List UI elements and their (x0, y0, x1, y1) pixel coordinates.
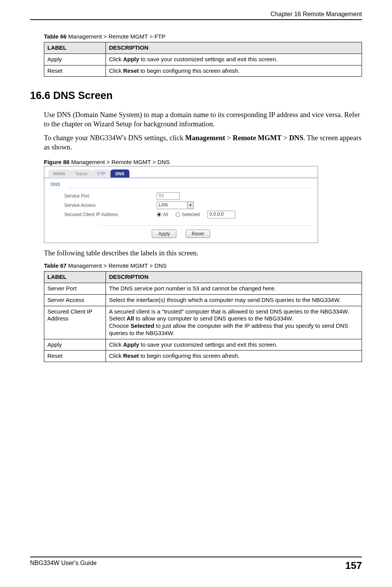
table66-caption-rest: Management > Remote MGMT > FTP (67, 33, 165, 40)
table67-r2-label: Secured Client IP Address (44, 306, 106, 339)
tabs-bar: WWW Telnet FTP DNS (44, 166, 318, 177)
paragraph-1: Use DNS (Domain Name System) to map a do… (44, 110, 362, 129)
table67-r2-desc: A secured client is a "trusted" computer… (106, 306, 362, 339)
table67-caption-bold: Table 67 (44, 262, 67, 269)
table66: LABEL DESCRIPTION Apply Click Apply to s… (44, 42, 362, 77)
service-access-select[interactable]: LAN ▼ (157, 201, 194, 209)
tab-www[interactable]: WWW (48, 169, 70, 178)
table67: LABEL DESCRIPTION Server Port The DNS se… (44, 271, 362, 362)
table-row: Server Access Select the interface(s) th… (44, 294, 362, 306)
radio-selected[interactable]: Selected (176, 212, 200, 217)
service-port-input[interactable]: 53 (157, 192, 180, 200)
table-row: Reset Click Reset to begin configuring t… (44, 351, 362, 362)
table66-r0-label: Apply (44, 54, 106, 65)
secured-ip-label: Secured Client IP Address (64, 212, 157, 217)
table67-r3-desc: Click Apply to save your customized sett… (106, 339, 362, 351)
table66-caption-bold: Table 66 (44, 33, 67, 40)
radio-selected-label: Selected (182, 212, 200, 217)
service-access-value: LAN (157, 202, 187, 209)
table67-r1-label: Server Access (44, 294, 106, 306)
table-row: Reset Click Reset to begin configuring t… (44, 65, 362, 77)
table67-r1-desc: Select the interface(s) through which a … (106, 294, 362, 306)
table67-r0-label: Server Port (44, 283, 106, 295)
service-port-label: Service Port (64, 193, 157, 199)
service-access-label: Service Access (64, 203, 157, 208)
figure86-caption-bold: Figure 86 (44, 159, 70, 165)
table-row: Apply Click Apply to save your customize… (44, 339, 362, 351)
tab-telnet[interactable]: Telnet (70, 169, 92, 178)
table-row: Apply Click Apply to save your customize… (44, 54, 362, 65)
paragraph-3: The following table describes the labels… (44, 248, 362, 258)
tab-ftp[interactable]: FTP (92, 169, 111, 178)
table-row: Server Port The DNS service port number … (44, 283, 362, 295)
page-footer: NBG334W User's Guide 157 (30, 557, 362, 572)
radio-all[interactable]: All (157, 212, 168, 217)
dotted-divider (99, 225, 312, 226)
table67-header-desc: DESCRIPTION (106, 272, 362, 283)
chapter-header: Chapter 16 Remote Management (30, 11, 362, 18)
table67-r4-label: Reset (44, 351, 106, 362)
radio-selected-circle (176, 212, 180, 217)
figure86-screenshot: WWW Telnet FTP DNS DNS Service Port 53 S… (44, 166, 318, 243)
figure86-caption-rest: Management > Remote MGMT > DNS (70, 159, 170, 165)
table66-header-desc: DESCRIPTION (106, 42, 362, 54)
table67-r4-desc: Click Reset to begin configuring this sc… (106, 351, 362, 362)
section-heading: 16.6 DNS Screen (30, 90, 362, 102)
radio-all-circle (157, 212, 161, 217)
chevron-down-icon: ▼ (187, 202, 193, 209)
figure86-caption: Figure 86 Management > Remote MGMT > DNS (44, 159, 362, 165)
table67-caption: Table 67 Management > Remote MGMT > DNS (44, 262, 362, 269)
table67-r3-label: Apply (44, 339, 106, 351)
paragraph-2: To change your NBG334W's DNS settings, c… (44, 133, 362, 152)
panel-title-line (68, 188, 312, 188)
table67-caption-rest: Management > Remote MGMT > DNS (67, 262, 167, 269)
apply-button[interactable]: Apply (152, 230, 176, 238)
reset-button[interactable]: Reset (186, 230, 210, 238)
footer-guide: NBG334W User's Guide (30, 560, 97, 572)
radio-all-label: All (163, 212, 168, 217)
table66-caption: Table 66 Management > Remote MGMT > FTP (44, 33, 362, 40)
table67-header-label: LABEL (44, 272, 106, 283)
table66-header-label: LABEL (44, 42, 106, 54)
table66-r1-desc: Click Reset to begin configuring this sc… (106, 65, 362, 77)
table-row: Secured Client IP Address A secured clie… (44, 306, 362, 339)
tab-dns[interactable]: DNS (111, 169, 129, 178)
secured-ip-input[interactable]: 0.0.0.0 (208, 211, 235, 218)
table66-r0-desc: Click Apply to save your customized sett… (106, 54, 362, 65)
page-number: 157 (345, 560, 362, 572)
panel-title: DNS (45, 179, 317, 187)
table67-r0-desc: The DNS service port number is 53 and ca… (106, 283, 362, 295)
table66-r1-label: Reset (44, 65, 106, 77)
